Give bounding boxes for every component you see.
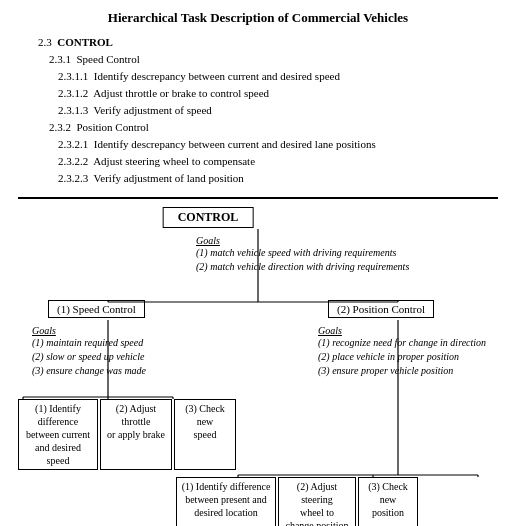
speed-children: (1) Identify difference between current … bbox=[18, 399, 236, 470]
position-control-box: (2) Position Control bbox=[328, 300, 434, 318]
speed-goal-1: (1) maintain required speed bbox=[32, 336, 146, 350]
pos-goal-1: (1) recognize need for change in directi… bbox=[318, 336, 486, 350]
outline-section: 2.3 CONTROL 2.3.1 Speed Control 2.3.1.1 … bbox=[28, 34, 498, 187]
pos-child-1: (1) Identify difference between present … bbox=[176, 477, 276, 526]
speed-child-3: (3) Check new speed bbox=[174, 399, 236, 470]
outline-2-3-1: 2.3.1 Speed Control bbox=[38, 51, 498, 68]
control-label: CONTROL bbox=[163, 207, 254, 228]
outline-2-3-1-1: 2.3.1.1 Identify descrepancy between cur… bbox=[58, 68, 498, 85]
section-2-3-label: CONTROL bbox=[57, 36, 113, 48]
speed-child-1: (1) Identify difference between current … bbox=[18, 399, 98, 470]
outline-2-3-2-3: 2.3.2.3 Verify adjustment of land positi… bbox=[58, 170, 498, 187]
pos-goal-3: (3) ensure proper vehicle position bbox=[318, 364, 486, 378]
goals-main-block: Goals (1) match vehicle speed with drivi… bbox=[196, 235, 409, 274]
speed-goal-3: (3) ensure change was made bbox=[32, 364, 146, 378]
pos-child-2: (2) Adjust steering wheel to change posi… bbox=[278, 477, 356, 526]
diagram: CONTROL Goals (1) match vehicle speed wi… bbox=[18, 207, 498, 526]
goals-main-1: (1) match vehicle speed with driving req… bbox=[196, 246, 409, 260]
outline-2-3-2-2: 2.3.2.2 Adjust steering wheel to compens… bbox=[58, 153, 498, 170]
position-control-label: (2) Position Control bbox=[328, 300, 434, 318]
goals-main-label: Goals bbox=[196, 235, 409, 246]
section-divider bbox=[18, 197, 498, 199]
speed-goals-label: Goals bbox=[32, 325, 146, 336]
outline-2-3-1-2: 2.3.1.2 Adjust throttle or brake to cont… bbox=[58, 85, 498, 102]
outline-2-3: 2.3 CONTROL bbox=[38, 34, 498, 51]
outline-2-3-2: 2.3.2 Position Control bbox=[38, 119, 498, 136]
speed-goal-2: (2) slow or speed up vehicle bbox=[32, 350, 146, 364]
pos-goals-label: Goals bbox=[318, 325, 486, 336]
speed-goals-block: Goals (1) maintain required speed (2) sl… bbox=[32, 325, 146, 378]
speed-control-label: (1) Speed Control bbox=[48, 300, 145, 318]
goals-main-2: (2) match vehicle direction with driving… bbox=[196, 260, 409, 274]
outline-2-3-1-3: 2.3.1.3 Verify adjustment of speed bbox=[58, 102, 498, 119]
page-title: Hierarchical Task Description of Commerc… bbox=[18, 10, 498, 26]
pos-goals-block: Goals (1) recognize need for change in d… bbox=[318, 325, 486, 378]
pos-child-3: (3) Check new position bbox=[358, 477, 418, 526]
pos-children: (1) Identify difference between present … bbox=[176, 477, 418, 526]
page: Hierarchical Task Description of Commerc… bbox=[0, 0, 516, 526]
speed-child-2: (2) Adjust throttle or apply brake bbox=[100, 399, 172, 470]
outline-2-3-2-1: 2.3.2.1 Identify descrepancy between cur… bbox=[58, 136, 498, 153]
speed-control-box: (1) Speed Control bbox=[48, 300, 145, 318]
pos-goal-2: (2) place vehicle in proper position bbox=[318, 350, 486, 364]
section-2-3-id: 2.3 bbox=[38, 36, 57, 48]
